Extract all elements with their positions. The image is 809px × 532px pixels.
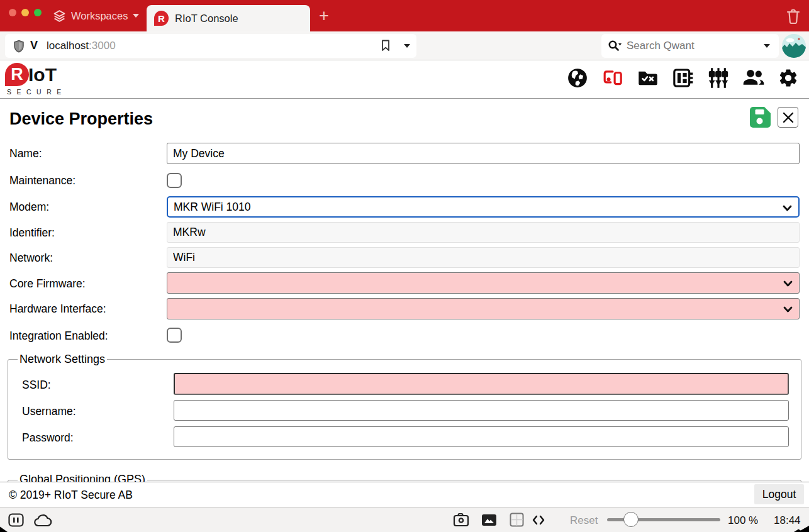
workspaces-menu[interactable]: Workspaces bbox=[53, 0, 139, 31]
globe-icon[interactable] bbox=[567, 67, 588, 89]
browser-toolbar: V localhost:3000 bbox=[0, 31, 809, 60]
maintenance-label: Maintenance: bbox=[9, 174, 75, 187]
image-icon[interactable] bbox=[481, 514, 497, 526]
browser-tab[interactable]: R RIoT Console bbox=[147, 5, 310, 31]
tab-favicon: R bbox=[154, 11, 169, 26]
profile-avatar[interactable] bbox=[782, 34, 806, 58]
screenshot-icon[interactable] bbox=[453, 513, 469, 527]
password-label: Password: bbox=[22, 431, 74, 444]
tiles-icon[interactable] bbox=[510, 513, 524, 527]
url-port: :3000 bbox=[89, 40, 116, 52]
network-label: Network: bbox=[9, 252, 53, 264]
chevron-down-icon bbox=[783, 280, 793, 287]
logout-button[interactable]: Logout bbox=[754, 484, 804, 504]
riot-logo-badge: R bbox=[5, 63, 29, 86]
workspaces-caret-icon bbox=[133, 14, 139, 18]
settings-icon[interactable] bbox=[778, 67, 799, 89]
maintenance-checkbox[interactable] bbox=[167, 173, 182, 188]
traffic-light-zoom[interactable] bbox=[34, 9, 42, 16]
ssid-input[interactable] bbox=[174, 373, 789, 395]
chevron-down-icon bbox=[783, 306, 793, 313]
sliders-icon[interactable] bbox=[708, 67, 729, 89]
code-icon[interactable] bbox=[532, 515, 545, 525]
screen: Workspaces R RIoT Console + V localhost:… bbox=[0, 0, 809, 532]
traffic-light-close[interactable] bbox=[9, 9, 16, 16]
ssid-label: SSID: bbox=[22, 379, 51, 391]
app-footer: © 2019+ RIoT Secure AB Logout bbox=[0, 482, 809, 507]
search-icon bbox=[608, 40, 622, 52]
integration-checkbox[interactable] bbox=[167, 328, 182, 343]
search-bar[interactable]: Search Qwant bbox=[601, 34, 779, 58]
core-firmware-label: Core Firmware: bbox=[9, 277, 86, 290]
app-header: R IoT SECURE bbox=[0, 60, 809, 99]
search-placeholder: Search Qwant bbox=[627, 40, 695, 52]
close-button[interactable] bbox=[778, 107, 798, 128]
url-host: localhost bbox=[47, 40, 89, 52]
close-icon bbox=[783, 112, 794, 123]
username-input[interactable] bbox=[174, 400, 789, 421]
clock: 18:44 bbox=[774, 514, 801, 527]
identifier-label: Identifier: bbox=[9, 226, 55, 239]
users-icon[interactable] bbox=[743, 67, 764, 89]
layers-icon bbox=[53, 9, 66, 23]
browser-status-bar: Reset 100 % 18:44 bbox=[0, 507, 809, 532]
save-button[interactable] bbox=[750, 107, 771, 128]
password-input[interactable] bbox=[174, 426, 789, 447]
name-input[interactable] bbox=[167, 143, 800, 164]
name-label: Name: bbox=[9, 147, 42, 160]
new-tab-button[interactable]: + bbox=[315, 0, 333, 31]
page-title: Device Properties bbox=[9, 109, 153, 129]
search-engine-caret-icon[interactable] bbox=[764, 44, 770, 48]
hardware-interface-label: Hardware Interface: bbox=[9, 302, 106, 315]
tab-title: RIoT Console bbox=[175, 13, 238, 25]
trash-icon[interactable] bbox=[786, 9, 800, 24]
folder-tasks-icon[interactable] bbox=[637, 67, 659, 89]
modem-value: MKR WiFi 1010 bbox=[174, 201, 251, 214]
cloud-icon[interactable] bbox=[33, 514, 53, 527]
bookmark-caret-icon[interactable] bbox=[404, 44, 410, 48]
modem-label: Modem: bbox=[9, 201, 49, 213]
url-text[interactable]: localhost:3000 bbox=[47, 40, 116, 52]
address-bar[interactable]: V localhost:3000 bbox=[5, 34, 416, 58]
bookmark-icon[interactable] bbox=[381, 40, 390, 52]
identifier-input bbox=[167, 222, 800, 243]
traffic-light-minimize[interactable] bbox=[21, 9, 29, 16]
zoom-slider-knob[interactable] bbox=[623, 512, 639, 527]
zoom-level: 100 % bbox=[728, 514, 758, 527]
riot-logo-text: IoT bbox=[28, 64, 57, 86]
panel-toggle-icon[interactable] bbox=[8, 513, 24, 527]
core-firmware-select[interactable] bbox=[167, 272, 800, 294]
devices-icon[interactable] bbox=[603, 67, 624, 89]
chevron-down-icon bbox=[783, 205, 792, 211]
vivaldi-site-icon[interactable]: V bbox=[30, 39, 38, 52]
copyright-text: © 2019+ RIoT Secure AB bbox=[9, 489, 133, 502]
integration-label: Integration Enabled: bbox=[9, 330, 108, 342]
modules-icon[interactable] bbox=[672, 67, 694, 89]
window-tab-bar: Workspaces R RIoT Console + bbox=[0, 0, 809, 31]
shield-icon[interactable] bbox=[13, 40, 25, 53]
username-label: Username: bbox=[22, 405, 76, 418]
network-settings-legend: Network Settings bbox=[18, 353, 107, 366]
zoom-reset-button[interactable]: Reset bbox=[570, 514, 598, 527]
modem-select[interactable]: MKR WiFi 1010 bbox=[167, 196, 800, 218]
network-input bbox=[167, 247, 800, 268]
riot-logo-subtext: SECURE bbox=[7, 88, 67, 96]
hardware-interface-select[interactable] bbox=[167, 298, 800, 319]
workspaces-label: Workspaces bbox=[71, 10, 128, 22]
